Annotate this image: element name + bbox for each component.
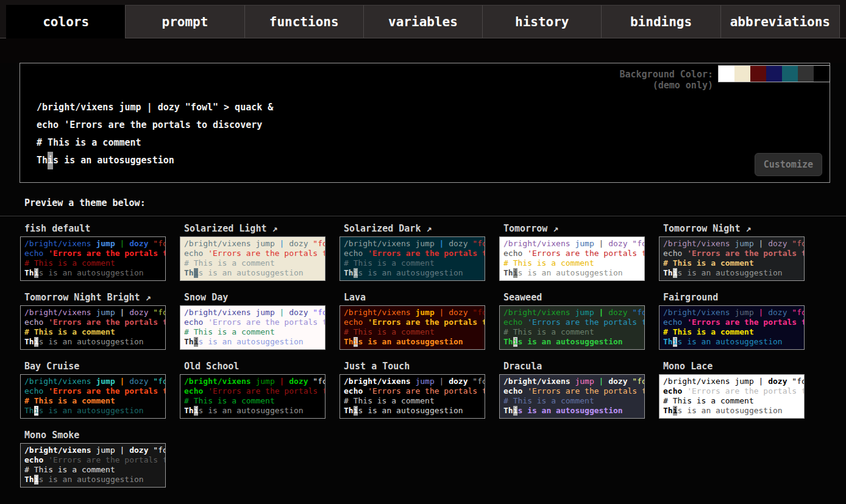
theme-title-just-a-touch: Just a Touch — [339, 358, 499, 374]
theme-card-old-school: Old School/bright/vixens jump | dozy "fo… — [180, 358, 339, 419]
code-segment: /bright/vixens — [503, 377, 571, 386]
tab-functions[interactable]: functions — [244, 5, 363, 38]
bg-swatch[interactable] — [766, 66, 782, 82]
tab-variables[interactable]: variables — [363, 5, 482, 38]
code-segment: Th — [344, 337, 354, 346]
theme-preview-fairground[interactable]: /bright/vixens jump | dozy "fowl" > quac… — [659, 305, 805, 350]
theme-preview-just-a-touch[interactable]: /bright/vixens jump | dozy "fowl" > quac… — [339, 374, 485, 419]
preview-line: # This is a comment — [344, 258, 485, 268]
code-segment: 'Errors are the portals to discovery — [64, 119, 262, 130]
theme-preview-old-school[interactable]: /bright/vixens jump | dozy "fowl" > quac… — [180, 374, 325, 419]
background-color-strip: Background Color: (demo only) — [619, 65, 830, 91]
preview-line: echo 'Errors are the portals to discover… — [663, 386, 804, 396]
theme-preview-tomorrow[interactable]: /bright/vixens jump | dozy "fowl" > quac… — [499, 236, 645, 281]
theme-preview-snow-day[interactable]: /bright/vixens jump | dozy "fowl" > quac… — [180, 305, 325, 350]
code-segment — [594, 377, 599, 386]
code-segment: s is an autosuggestion — [517, 268, 622, 277]
code-segment: jump — [119, 102, 141, 113]
code-segment: dozy — [768, 308, 787, 317]
tab-colors[interactable]: colors — [6, 5, 125, 38]
code-segment: dozy — [608, 239, 627, 248]
theme-preview-bay-cruise[interactable]: /bright/vixens jump | dozy "fowl" > quac… — [20, 374, 166, 419]
code-segment: "fowl" > quack & — [472, 239, 485, 248]
theme-title-tomorrow-night-bright[interactable]: Tomorrow Night Bright ↗ — [20, 289, 180, 305]
code-segment — [435, 239, 439, 248]
code-segment: jump — [415, 239, 434, 248]
code-segment: # This is a comment — [663, 396, 754, 405]
theme-preview-lava[interactable]: /bright/vixens jump | dozy "fowl" > quac… — [339, 305, 485, 350]
bg-swatch[interactable] — [734, 66, 750, 82]
bg-swatch[interactable] — [798, 66, 814, 82]
theme-title-mono-lace: Mono Lace — [659, 358, 819, 374]
code-segment: "fowl" > quack & — [792, 239, 804, 248]
theme-preview-seaweed[interactable]: /bright/vixens jump | dozy "fowl" > quac… — [499, 305, 645, 350]
code-segment: Th — [24, 475, 34, 484]
customize-button[interactable]: Customize — [755, 153, 822, 176]
code-segment: echo — [24, 455, 43, 464]
background-color-label: Background Color: (demo only) — [619, 69, 713, 91]
theme-preview-solarized-light[interactable]: /bright/vixens jump | dozy "fowl" > quac… — [180, 236, 325, 281]
theme-title-tomorrow-night[interactable]: Tomorrow Night ↗ — [659, 220, 819, 236]
preview-line: /bright/vixens jump | dozy "fowl" > quac… — [24, 239, 165, 249]
code-segment: dozy — [289, 239, 308, 248]
code-segment: s is an autosuggestion — [677, 406, 782, 415]
code-segment: s is an autosuggestion — [358, 337, 463, 346]
code-segment — [363, 249, 368, 258]
background-color-label-line1: Background Color: — [619, 69, 713, 80]
code-segment — [203, 249, 208, 258]
preview-line: echo 'Errors are the portals to discover… — [344, 386, 485, 396]
theme-preview-mono-lace[interactable]: /bright/vixens jump | dozy "fowl" > quac… — [659, 374, 805, 419]
code-segment: "fowl" > quack & — [185, 102, 274, 113]
code-segment: "fowl" > quack & — [153, 445, 165, 455]
code-segment: jump — [415, 377, 434, 386]
bg-swatch[interactable] — [750, 66, 766, 82]
code-segment: Th — [663, 406, 673, 415]
code-segment: # This is a comment — [184, 396, 275, 405]
bg-swatch[interactable] — [782, 66, 798, 82]
preview-line: # This is a comment — [24, 396, 165, 406]
code-segment — [594, 308, 599, 317]
code-segment: jump — [734, 239, 753, 248]
code-segment — [43, 386, 48, 396]
code-segment: Th — [503, 337, 513, 346]
theme-title-solarized-dark[interactable]: Solarized Dark ↗ — [339, 220, 499, 236]
theme-preview-fish-default[interactable]: /bright/vixens jump | dozy "fowl" > quac… — [20, 236, 166, 281]
theme-preview-tomorrow-night-bright[interactable]: /bright/vixens jump | dozy "fowl" > quac… — [20, 305, 166, 350]
theme-title-tomorrow[interactable]: Tomorrow ↗ — [499, 220, 659, 236]
preview-line: /bright/vixens jump | dozy "fowl" > quac… — [503, 377, 644, 386]
theme-preview-dracula[interactable]: /bright/vixens jump | dozy "fowl" > quac… — [499, 374, 645, 419]
preview-line: This is an autosuggestion — [24, 475, 165, 484]
code-segment — [363, 386, 368, 396]
theme-title-mono-smoke: Mono Smoke — [20, 427, 180, 443]
code-segment — [115, 308, 120, 317]
tab-history[interactable]: history — [482, 5, 601, 38]
tab-prompt[interactable]: prompt — [125, 5, 244, 38]
code-segment: # This is a comment — [24, 465, 115, 474]
theme-preview-tomorrow-night[interactable]: /bright/vixens jump | dozy "fowl" > quac… — [659, 236, 805, 281]
preview-line: echo 'Errors are the portals to discover… — [24, 455, 165, 465]
code-segment — [435, 308, 439, 317]
code-segment — [754, 308, 759, 317]
preview-line: /bright/vixens jump | dozy "fowl" > quac… — [24, 377, 165, 386]
tab-abbreviations[interactable]: abbreviations — [720, 5, 840, 38]
theme-preview-solarized-dark[interactable]: /bright/vixens jump | dozy "fowl" > quac… — [339, 236, 485, 281]
preview-line: echo 'Errors are the portals to discover… — [24, 318, 165, 327]
code-segment: dozy — [768, 377, 787, 386]
fish-config-app: colorspromptfunctionsvariableshistorybin… — [0, 0, 846, 504]
preview-line: This is an autosuggestion — [503, 268, 644, 278]
bg-swatch[interactable] — [814, 66, 830, 82]
code-segment: s is an autosuggestion — [677, 268, 782, 277]
code-segment: # This is a comment — [344, 396, 435, 405]
code-segment: # This is a comment — [503, 327, 594, 336]
theme-preview-mono-smoke[interactable]: /bright/vixens jump | dozy "fowl" > quac… — [20, 443, 166, 488]
tab-bindings[interactable]: bindings — [601, 5, 720, 38]
theme-title-solarized-light[interactable]: Solarized Light ↗ — [180, 220, 339, 236]
code-segment: dozy — [289, 308, 308, 317]
code-segment: "fowl" > quack & — [313, 308, 325, 317]
code-segment: jump — [415, 308, 434, 317]
preview-line: This is an autosuggestion — [184, 406, 325, 416]
code-segment: /bright/vixens — [24, 377, 91, 386]
bg-swatch[interactable] — [719, 66, 734, 82]
code-segment: s is an autosuggestion — [198, 268, 303, 277]
code-segment: /bright/vixens — [503, 239, 571, 248]
